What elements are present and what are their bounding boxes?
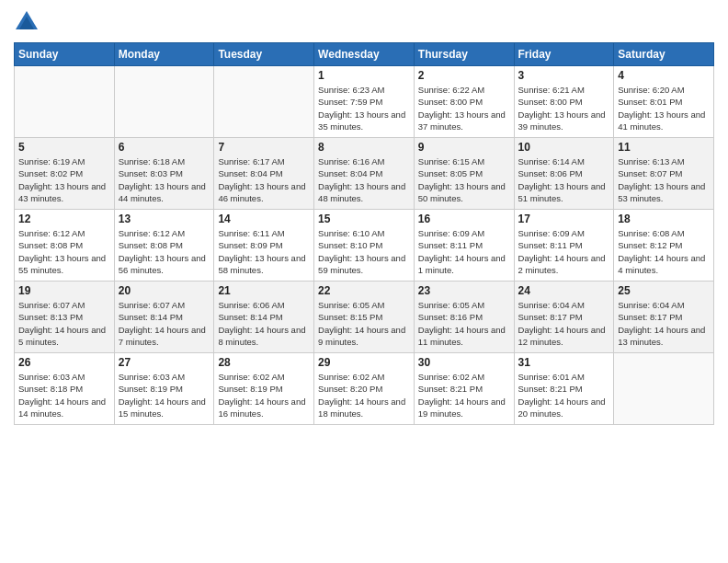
day-info: Sunrise: 6:08 AM Sunset: 8:12 PM Dayligh… bbox=[618, 227, 710, 276]
calendar-cell: 30Sunrise: 6:02 AM Sunset: 8:21 PM Dayli… bbox=[414, 353, 514, 425]
day-number: 25 bbox=[618, 284, 710, 297]
day-number: 18 bbox=[618, 213, 710, 225]
day-info: Sunrise: 6:04 AM Sunset: 8:17 PM Dayligh… bbox=[618, 299, 710, 348]
day-info: Sunrise: 6:07 AM Sunset: 8:13 PM Dayligh… bbox=[18, 299, 110, 348]
day-info: Sunrise: 6:02 AM Sunset: 8:21 PM Dayligh… bbox=[418, 371, 510, 419]
header bbox=[14, 9, 714, 35]
weekday-header: Tuesday bbox=[214, 43, 314, 66]
calendar-cell: 18Sunrise: 6:08 AM Sunset: 8:12 PM Dayli… bbox=[614, 210, 714, 282]
weekday-header: Wednesday bbox=[314, 43, 415, 66]
day-info: Sunrise: 6:05 AM Sunset: 8:16 PM Dayligh… bbox=[418, 299, 510, 348]
day-info: Sunrise: 6:12 AM Sunset: 8:08 PM Dayligh… bbox=[119, 227, 210, 276]
calendar-cell: 4Sunrise: 6:20 AM Sunset: 8:01 PM Daylig… bbox=[614, 66, 714, 138]
day-number: 28 bbox=[218, 356, 310, 369]
calendar-cell: 16Sunrise: 6:09 AM Sunset: 8:11 PM Dayli… bbox=[414, 210, 514, 282]
calendar-cell: 5Sunrise: 6:19 AM Sunset: 8:02 PM Daylig… bbox=[15, 138, 115, 210]
calendar-cell: 7Sunrise: 6:17 AM Sunset: 8:04 PM Daylig… bbox=[214, 138, 314, 210]
day-info: Sunrise: 6:09 AM Sunset: 8:11 PM Dayligh… bbox=[418, 227, 510, 276]
day-number: 26 bbox=[18, 356, 110, 369]
day-info: Sunrise: 6:13 AM Sunset: 8:07 PM Dayligh… bbox=[618, 155, 710, 204]
calendar-cell: 27Sunrise: 6:03 AM Sunset: 8:19 PM Dayli… bbox=[114, 353, 214, 425]
day-number: 14 bbox=[218, 213, 310, 225]
day-number: 29 bbox=[318, 356, 410, 369]
calendar-cell: 20Sunrise: 6:07 AM Sunset: 8:14 PM Dayli… bbox=[114, 282, 214, 353]
calendar-cell bbox=[114, 66, 214, 138]
weekday-header: Monday bbox=[114, 43, 214, 66]
day-number: 10 bbox=[518, 141, 610, 154]
day-number: 6 bbox=[119, 141, 210, 154]
calendar-cell: 22Sunrise: 6:05 AM Sunset: 8:15 PM Dayli… bbox=[314, 282, 415, 353]
day-info: Sunrise: 6:05 AM Sunset: 8:15 PM Dayligh… bbox=[318, 299, 410, 348]
day-number: 12 bbox=[18, 213, 110, 225]
day-number: 19 bbox=[18, 284, 110, 297]
day-number: 5 bbox=[18, 141, 110, 154]
logo-icon bbox=[14, 9, 40, 35]
weekday-header: Friday bbox=[514, 43, 614, 66]
day-info: Sunrise: 6:02 AM Sunset: 8:20 PM Dayligh… bbox=[318, 371, 410, 419]
weekday-header: Sunday bbox=[15, 43, 115, 66]
calendar-cell: 17Sunrise: 6:09 AM Sunset: 8:11 PM Dayli… bbox=[514, 210, 614, 282]
day-number: 2 bbox=[418, 69, 510, 82]
day-info: Sunrise: 6:07 AM Sunset: 8:14 PM Dayligh… bbox=[119, 299, 210, 348]
day-info: Sunrise: 6:20 AM Sunset: 8:01 PM Dayligh… bbox=[618, 84, 710, 132]
day-number: 15 bbox=[318, 213, 410, 225]
calendar-cell: 23Sunrise: 6:05 AM Sunset: 8:16 PM Dayli… bbox=[414, 282, 514, 353]
day-info: Sunrise: 6:21 AM Sunset: 8:00 PM Dayligh… bbox=[518, 84, 610, 132]
day-number: 7 bbox=[218, 141, 310, 154]
calendar-cell: 13Sunrise: 6:12 AM Sunset: 8:08 PM Dayli… bbox=[114, 210, 214, 282]
calendar-cell: 31Sunrise: 6:01 AM Sunset: 8:21 PM Dayli… bbox=[514, 353, 614, 425]
weekday-header: Thursday bbox=[414, 43, 514, 66]
calendar-cell: 15Sunrise: 6:10 AM Sunset: 8:10 PM Dayli… bbox=[314, 210, 415, 282]
day-info: Sunrise: 6:12 AM Sunset: 8:08 PM Dayligh… bbox=[18, 227, 110, 276]
calendar-cell: 21Sunrise: 6:06 AM Sunset: 8:14 PM Dayli… bbox=[214, 282, 314, 353]
day-info: Sunrise: 6:23 AM Sunset: 7:59 PM Dayligh… bbox=[318, 84, 410, 132]
day-number: 23 bbox=[418, 284, 510, 297]
day-number: 24 bbox=[518, 284, 610, 297]
day-info: Sunrise: 6:22 AM Sunset: 8:00 PM Dayligh… bbox=[418, 84, 510, 132]
calendar-cell bbox=[15, 66, 115, 138]
day-info: Sunrise: 6:19 AM Sunset: 8:02 PM Dayligh… bbox=[18, 155, 110, 204]
day-number: 3 bbox=[518, 69, 610, 82]
day-info: Sunrise: 6:04 AM Sunset: 8:17 PM Dayligh… bbox=[518, 299, 610, 348]
day-number: 21 bbox=[218, 284, 310, 297]
day-info: Sunrise: 6:16 AM Sunset: 8:04 PM Dayligh… bbox=[318, 155, 410, 204]
calendar-cell: 19Sunrise: 6:07 AM Sunset: 8:13 PM Dayli… bbox=[15, 282, 115, 353]
calendar-cell: 6Sunrise: 6:18 AM Sunset: 8:03 PM Daylig… bbox=[114, 138, 214, 210]
day-number: 22 bbox=[318, 284, 410, 297]
day-info: Sunrise: 6:02 AM Sunset: 8:19 PM Dayligh… bbox=[218, 371, 310, 419]
day-info: Sunrise: 6:18 AM Sunset: 8:03 PM Dayligh… bbox=[119, 155, 210, 204]
calendar-cell: 24Sunrise: 6:04 AM Sunset: 8:17 PM Dayli… bbox=[514, 282, 614, 353]
day-info: Sunrise: 6:11 AM Sunset: 8:09 PM Dayligh… bbox=[218, 227, 310, 276]
day-info: Sunrise: 6:03 AM Sunset: 8:18 PM Dayligh… bbox=[18, 371, 110, 419]
calendar-cell bbox=[614, 353, 714, 425]
day-number: 16 bbox=[418, 213, 510, 225]
calendar-cell: 1Sunrise: 6:23 AM Sunset: 7:59 PM Daylig… bbox=[314, 66, 415, 138]
calendar-cell: 12Sunrise: 6:12 AM Sunset: 8:08 PM Dayli… bbox=[15, 210, 115, 282]
calendar-cell: 28Sunrise: 6:02 AM Sunset: 8:19 PM Dayli… bbox=[214, 353, 314, 425]
calendar-cell: 9Sunrise: 6:15 AM Sunset: 8:05 PM Daylig… bbox=[414, 138, 514, 210]
calendar-cell: 11Sunrise: 6:13 AM Sunset: 8:07 PM Dayli… bbox=[614, 138, 714, 210]
logo bbox=[14, 9, 43, 35]
day-number: 13 bbox=[119, 213, 210, 225]
day-number: 8 bbox=[318, 141, 410, 154]
calendar-cell: 2Sunrise: 6:22 AM Sunset: 8:00 PM Daylig… bbox=[414, 66, 514, 138]
calendar-cell: 3Sunrise: 6:21 AM Sunset: 8:00 PM Daylig… bbox=[514, 66, 614, 138]
weekday-header: Saturday bbox=[614, 43, 714, 66]
day-number: 30 bbox=[418, 356, 510, 369]
calendar-cell: 26Sunrise: 6:03 AM Sunset: 8:18 PM Dayli… bbox=[15, 353, 115, 425]
day-number: 1 bbox=[318, 69, 410, 82]
day-info: Sunrise: 6:06 AM Sunset: 8:14 PM Dayligh… bbox=[218, 299, 310, 348]
day-info: Sunrise: 6:10 AM Sunset: 8:10 PM Dayligh… bbox=[318, 227, 410, 276]
calendar-cell: 25Sunrise: 6:04 AM Sunset: 8:17 PM Dayli… bbox=[614, 282, 714, 353]
page-container: SundayMondayTuesdayWednesdayThursdayFrid… bbox=[0, 0, 728, 434]
day-info: Sunrise: 6:17 AM Sunset: 8:04 PM Dayligh… bbox=[218, 155, 310, 204]
calendar-cell bbox=[214, 66, 314, 138]
day-number: 9 bbox=[418, 141, 510, 154]
day-number: 20 bbox=[119, 284, 210, 297]
day-info: Sunrise: 6:15 AM Sunset: 8:05 PM Dayligh… bbox=[418, 155, 510, 204]
calendar-table: SundayMondayTuesdayWednesdayThursdayFrid… bbox=[14, 42, 714, 425]
day-number: 4 bbox=[618, 69, 710, 82]
calendar-cell: 29Sunrise: 6:02 AM Sunset: 8:20 PM Dayli… bbox=[314, 353, 415, 425]
day-number: 11 bbox=[618, 141, 710, 154]
day-number: 27 bbox=[119, 356, 210, 369]
